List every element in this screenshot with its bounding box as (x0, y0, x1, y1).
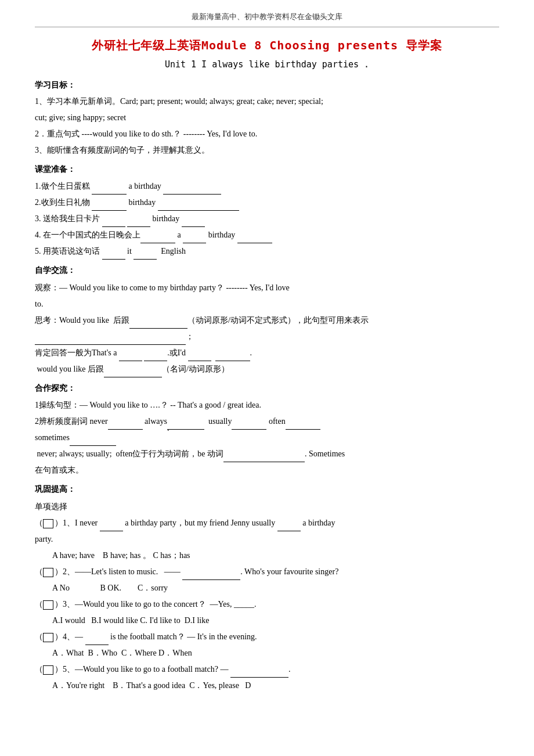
classroom-prep-label: 课堂准备： (35, 162, 499, 178)
self-study-blank: ； (35, 329, 499, 345)
question-2: （）2、——Let's listen to music. —— . Who's … (35, 564, 499, 580)
question-4: （）4、— is the football match？ — It's in t… (35, 629, 499, 645)
self-study-section: 自学交流： 观察：— Would you like to come to my … (35, 263, 499, 377)
question-4-choices: A．What B．Who C．Where D．When (35, 645, 499, 661)
question-1-choices: A have; have B have; has 。 C has；has (35, 548, 499, 564)
single-choice-label: 单项选择 (35, 499, 499, 515)
question-1: （）1、I never a birthday party，but my frie… (35, 515, 499, 531)
classroom-prep-line4: 4. 在一个中国式的生日晚会上 a birthday (35, 227, 499, 243)
question-2-choices: A No B OK. C．sorry (35, 580, 499, 596)
question-1b: party. (35, 531, 499, 548)
learning-goals-section: 学习目标： 1、学习本单元新单词。Card; part; present; wo… (35, 78, 499, 159)
consolidation-section: 巩固提高： 单项选择 （）1、I never a birthday party，… (35, 482, 499, 694)
consolidation-label: 巩固提高： (35, 482, 499, 498)
self-study-positive: 肯定回答一般为That's a .或I'd . (35, 345, 499, 361)
self-study-wouldlike: would you like 后跟（名词/动词原形） (35, 361, 499, 377)
question-5: （）5、—Would you like to go to a football … (35, 661, 499, 678)
cooperative-line1: 1操练句型：— Would you like to ….？ -- That's … (35, 397, 499, 413)
learning-goals-line3: 2．重点句式 ----would you like to do sth.？ --… (35, 126, 499, 142)
question-3: （）3、—Would you like to go to the concert… (35, 596, 499, 613)
cooperative-line2: 2辨析频度副词 never always. usually often (35, 413, 499, 430)
question-5-choices: A．You're right B．That's a good idea C．Ye… (35, 678, 499, 694)
classroom-prep-line1: 1.做个生日蛋糕 a birthday (35, 178, 499, 195)
self-study-think: 思考：Would you like 后跟（动词原形/动词不定式形式），此句型可用… (35, 312, 499, 329)
page-container: 最新海量高中、初中教学资料尽在金锄头文库 外研社七年级上英语Module 8 C… (0, 0, 534, 756)
main-title: 外研社七年级上英语Module 8 Choosing presents 导学案 (35, 38, 499, 53)
self-study-observe: 观察：— Would you like to come to my birthd… (35, 280, 499, 296)
cooperative-line3: sometimes (35, 430, 499, 446)
learning-goals-label: 学习目标： (35, 81, 75, 89)
learning-goals-line1: 1、学习本单元新单词。Card; part; present; would; a… (35, 93, 499, 110)
cooperative-section: 合作探究： 1操练句型：— Would you like to ….？ -- T… (35, 381, 499, 479)
cooperative-label: 合作探究： (35, 381, 499, 397)
cooperative-line5: 在句首或末。 (35, 462, 499, 478)
classroom-prep-line2: 2.收到生日礼物 birthday (35, 195, 499, 211)
self-study-label: 自学交流： (35, 263, 499, 279)
top-bar: 最新海量高中、初中教学资料尽在金锄头文库 (35, 12, 499, 27)
classroom-prep-line3: 3. 送给我生日卡片 birthday (35, 211, 499, 227)
classroom-prep-line5: 5. 用英语说这句话 it English (35, 243, 499, 260)
top-bar-text: 最新海量高中、初中教学资料尽在金锄头文库 (192, 12, 342, 21)
question-3-choices: A.I would B.I would like C. I'd like to … (35, 613, 499, 629)
classroom-prep-section: 课堂准备： 1.做个生日蛋糕 a birthday 2.收到生日礼物 birth… (35, 162, 499, 260)
self-study-observe2: to. (35, 296, 499, 312)
cooperative-line4: never; always; usually; often位于行为动词前，be … (35, 446, 499, 462)
sub-title: Unit 1 I always like birthday parties . (35, 59, 499, 70)
learning-goals-line4: 3、能听懂含有频度副词的句子，并理解其意义。 (35, 142, 499, 159)
learning-goals-line2: cut; give; sing happy; secret (35, 110, 499, 126)
